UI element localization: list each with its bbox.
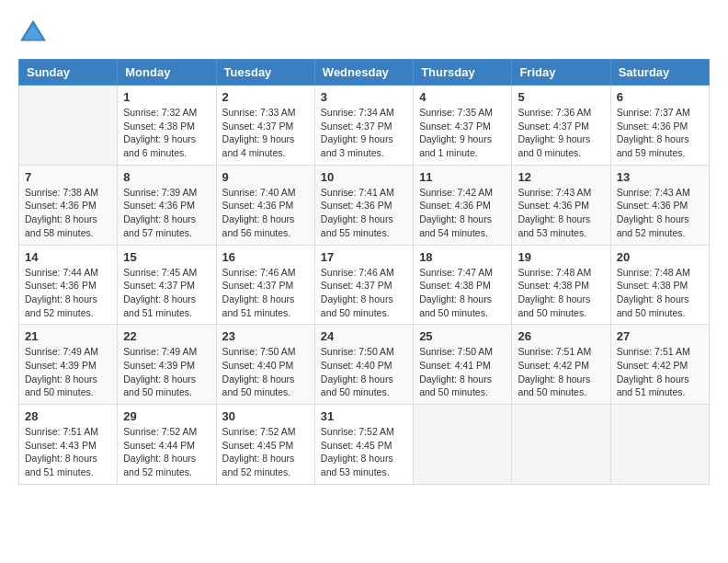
- calendar-day-6: 6Sunrise: 7:37 AM Sunset: 4:36 PM Daylig…: [610, 86, 709, 166]
- day-info: Sunrise: 7:49 AM Sunset: 4:39 PM Dayligh…: [123, 345, 210, 399]
- day-number: 31: [321, 409, 407, 423]
- day-info: Sunrise: 7:45 AM Sunset: 4:37 PM Dayligh…: [123, 266, 210, 320]
- calendar-day-25: 25Sunrise: 7:50 AM Sunset: 4:41 PM Dayli…: [414, 325, 512, 405]
- calendar-week-1: 1Sunrise: 7:32 AM Sunset: 4:38 PM Daylig…: [19, 86, 710, 166]
- day-info: Sunrise: 7:44 AM Sunset: 4:36 PM Dayligh…: [25, 266, 111, 320]
- calendar-day-10: 10Sunrise: 7:41 AM Sunset: 4:36 PM Dayli…: [314, 165, 413, 245]
- logo: [18, 18, 51, 44]
- day-info: Sunrise: 7:43 AM Sunset: 4:36 PM Dayligh…: [617, 186, 703, 240]
- day-number: 26: [518, 329, 604, 343]
- empty-day: [414, 405, 512, 485]
- calendar-day-19: 19Sunrise: 7:48 AM Sunset: 4:38 PM Dayli…: [512, 245, 610, 325]
- day-info: Sunrise: 7:48 AM Sunset: 4:38 PM Dayligh…: [617, 266, 703, 320]
- day-header-saturday: Saturday: [610, 60, 709, 86]
- calendar-week-3: 14Sunrise: 7:44 AM Sunset: 4:36 PM Dayli…: [19, 245, 710, 325]
- calendar-header-row: SundayMondayTuesdayWednesdayThursdayFrid…: [19, 60, 710, 86]
- day-header-wednesday: Wednesday: [314, 60, 413, 86]
- day-number: 8: [123, 170, 210, 184]
- calendar-week-2: 7Sunrise: 7:38 AM Sunset: 4:36 PM Daylig…: [19, 165, 710, 245]
- day-number: 11: [419, 170, 506, 184]
- day-header-monday: Monday: [118, 60, 216, 86]
- day-info: Sunrise: 7:33 AM Sunset: 4:37 PM Dayligh…: [222, 106, 309, 160]
- day-number: 12: [518, 170, 604, 184]
- empty-day: [512, 405, 610, 485]
- calendar-day-22: 22Sunrise: 7:49 AM Sunset: 4:39 PM Dayli…: [118, 325, 216, 405]
- day-info: Sunrise: 7:32 AM Sunset: 4:38 PM Dayligh…: [123, 106, 210, 160]
- day-info: Sunrise: 7:50 AM Sunset: 4:40 PM Dayligh…: [222, 345, 309, 399]
- day-number: 21: [25, 329, 111, 343]
- day-header-thursday: Thursday: [414, 60, 512, 86]
- day-info: Sunrise: 7:35 AM Sunset: 4:37 PM Dayligh…: [419, 106, 506, 160]
- day-number: 19: [518, 250, 604, 264]
- calendar-day-18: 18Sunrise: 7:47 AM Sunset: 4:38 PM Dayli…: [414, 245, 512, 325]
- calendar-day-9: 9Sunrise: 7:40 AM Sunset: 4:36 PM Daylig…: [216, 165, 314, 245]
- calendar-day-12: 12Sunrise: 7:43 AM Sunset: 4:36 PM Dayli…: [512, 165, 610, 245]
- day-number: 2: [222, 90, 309, 104]
- calendar-day-31: 31Sunrise: 7:52 AM Sunset: 4:45 PM Dayli…: [314, 405, 413, 485]
- calendar-day-24: 24Sunrise: 7:50 AM Sunset: 4:40 PM Dayli…: [314, 325, 413, 405]
- calendar-week-4: 21Sunrise: 7:49 AM Sunset: 4:39 PM Dayli…: [19, 325, 710, 405]
- day-info: Sunrise: 7:51 AM Sunset: 4:43 PM Dayligh…: [25, 425, 111, 479]
- day-info: Sunrise: 7:52 AM Sunset: 4:45 PM Dayligh…: [321, 425, 407, 479]
- calendar-day-30: 30Sunrise: 7:52 AM Sunset: 4:45 PM Dayli…: [216, 405, 314, 485]
- day-number: 7: [25, 170, 111, 184]
- day-info: Sunrise: 7:52 AM Sunset: 4:44 PM Dayligh…: [123, 425, 210, 479]
- day-info: Sunrise: 7:34 AM Sunset: 4:37 PM Dayligh…: [321, 106, 407, 160]
- day-number: 5: [518, 90, 604, 104]
- day-number: 18: [419, 250, 506, 264]
- calendar-day-5: 5Sunrise: 7:36 AM Sunset: 4:37 PM Daylig…: [512, 86, 610, 166]
- day-number: 29: [123, 409, 210, 423]
- calendar-day-16: 16Sunrise: 7:46 AM Sunset: 4:37 PM Dayli…: [216, 245, 314, 325]
- calendar-day-28: 28Sunrise: 7:51 AM Sunset: 4:43 PM Dayli…: [19, 405, 118, 485]
- empty-day: [610, 405, 709, 485]
- day-number: 6: [617, 90, 703, 104]
- day-number: 3: [321, 90, 407, 104]
- page-header: [18, 18, 710, 44]
- calendar-day-29: 29Sunrise: 7:52 AM Sunset: 4:44 PM Dayli…: [118, 405, 216, 485]
- day-number: 14: [25, 250, 111, 264]
- day-number: 30: [222, 409, 309, 423]
- day-info: Sunrise: 7:41 AM Sunset: 4:36 PM Dayligh…: [321, 186, 407, 240]
- day-info: Sunrise: 7:42 AM Sunset: 4:36 PM Dayligh…: [419, 186, 506, 240]
- day-info: Sunrise: 7:50 AM Sunset: 4:41 PM Dayligh…: [419, 345, 506, 399]
- calendar-body: 1Sunrise: 7:32 AM Sunset: 4:38 PM Daylig…: [19, 86, 710, 485]
- calendar-day-8: 8Sunrise: 7:39 AM Sunset: 4:36 PM Daylig…: [118, 165, 216, 245]
- calendar-day-3: 3Sunrise: 7:34 AM Sunset: 4:37 PM Daylig…: [314, 86, 413, 166]
- calendar-day-7: 7Sunrise: 7:38 AM Sunset: 4:36 PM Daylig…: [19, 165, 118, 245]
- day-info: Sunrise: 7:48 AM Sunset: 4:38 PM Dayligh…: [518, 266, 604, 320]
- day-number: 13: [617, 170, 703, 184]
- day-info: Sunrise: 7:43 AM Sunset: 4:36 PM Dayligh…: [518, 186, 604, 240]
- day-info: Sunrise: 7:39 AM Sunset: 4:36 PM Dayligh…: [123, 186, 210, 240]
- calendar-day-17: 17Sunrise: 7:46 AM Sunset: 4:37 PM Dayli…: [314, 245, 413, 325]
- day-number: 17: [321, 250, 407, 264]
- day-info: Sunrise: 7:51 AM Sunset: 4:42 PM Dayligh…: [518, 345, 604, 399]
- calendar-table: SundayMondayTuesdayWednesdayThursdayFrid…: [18, 59, 710, 485]
- day-number: 25: [419, 329, 506, 343]
- day-number: 24: [321, 329, 407, 343]
- day-info: Sunrise: 7:50 AM Sunset: 4:40 PM Dayligh…: [321, 345, 407, 399]
- calendar-day-11: 11Sunrise: 7:42 AM Sunset: 4:36 PM Dayli…: [414, 165, 512, 245]
- calendar-day-1: 1Sunrise: 7:32 AM Sunset: 4:38 PM Daylig…: [118, 86, 216, 166]
- day-info: Sunrise: 7:36 AM Sunset: 4:37 PM Dayligh…: [518, 106, 604, 160]
- empty-day: [19, 86, 118, 166]
- calendar-day-20: 20Sunrise: 7:48 AM Sunset: 4:38 PM Dayli…: [610, 245, 709, 325]
- day-header-friday: Friday: [512, 60, 610, 86]
- logo-icon: [18, 18, 48, 44]
- calendar-day-15: 15Sunrise: 7:45 AM Sunset: 4:37 PM Dayli…: [118, 245, 216, 325]
- day-info: Sunrise: 7:51 AM Sunset: 4:42 PM Dayligh…: [617, 345, 703, 399]
- day-number: 15: [123, 250, 210, 264]
- calendar-day-2: 2Sunrise: 7:33 AM Sunset: 4:37 PM Daylig…: [216, 86, 314, 166]
- day-number: 20: [617, 250, 703, 264]
- day-number: 28: [25, 409, 111, 423]
- day-info: Sunrise: 7:46 AM Sunset: 4:37 PM Dayligh…: [321, 266, 407, 320]
- day-number: 22: [123, 329, 210, 343]
- calendar-day-14: 14Sunrise: 7:44 AM Sunset: 4:36 PM Dayli…: [19, 245, 118, 325]
- day-info: Sunrise: 7:38 AM Sunset: 4:36 PM Dayligh…: [25, 186, 111, 240]
- day-info: Sunrise: 7:40 AM Sunset: 4:36 PM Dayligh…: [222, 186, 309, 240]
- calendar-day-13: 13Sunrise: 7:43 AM Sunset: 4:36 PM Dayli…: [610, 165, 709, 245]
- calendar-week-5: 28Sunrise: 7:51 AM Sunset: 4:43 PM Dayli…: [19, 405, 710, 485]
- day-info: Sunrise: 7:37 AM Sunset: 4:36 PM Dayligh…: [617, 106, 703, 160]
- calendar-day-23: 23Sunrise: 7:50 AM Sunset: 4:40 PM Dayli…: [216, 325, 314, 405]
- day-info: Sunrise: 7:49 AM Sunset: 4:39 PM Dayligh…: [25, 345, 111, 399]
- calendar-day-21: 21Sunrise: 7:49 AM Sunset: 4:39 PM Dayli…: [19, 325, 118, 405]
